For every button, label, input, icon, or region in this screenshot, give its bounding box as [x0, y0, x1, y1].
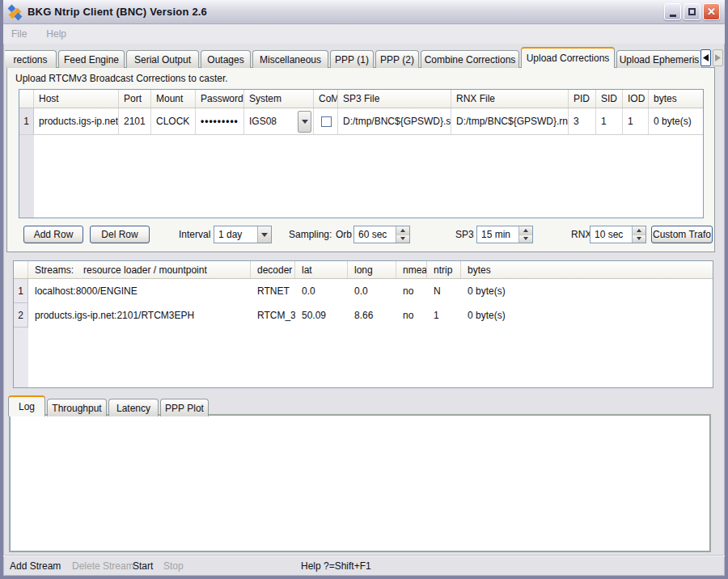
tab-corrections[interactable]: rections: [5, 50, 57, 68]
cell-long: 0.0: [348, 279, 396, 303]
orb-sampling-spinner[interactable]: 60 sec: [353, 226, 410, 243]
tab-scroll-right-button[interactable]: [713, 49, 723, 66]
tab-outages[interactable]: Outages: [201, 50, 251, 68]
chevron-down-icon: [261, 233, 268, 237]
system-dropdown-button[interactable]: [298, 111, 311, 133]
arrow-right-icon: [715, 54, 721, 61]
cell-decoder: RTNET: [251, 279, 295, 303]
cell-sp3-file[interactable]: D:/tmp/BNC${GPSWD}.sp3: [338, 108, 451, 134]
cell-lat: 0.0: [295, 279, 348, 303]
window-title: BKG Ntrip Client (BNC) Version 2.6: [28, 6, 207, 18]
interval-dropdown-button[interactable]: [257, 226, 271, 243]
menu-file[interactable]: File: [11, 28, 27, 40]
cell-sid[interactable]: 1: [596, 108, 623, 134]
minimize-button[interactable]: [664, 3, 681, 20]
tab-combine-corrections[interactable]: Combine Corrections: [421, 50, 519, 68]
cell-long: 8.66: [348, 303, 396, 328]
cell-ntrip: 1: [427, 303, 461, 328]
start-action[interactable]: Start: [133, 560, 153, 572]
interval-label: Interval: [179, 226, 210, 243]
maximize-icon: [688, 8, 696, 15]
rnx-sampling-spinner[interactable]: 10 sec: [590, 226, 646, 243]
tab-ppp-plot[interactable]: PPP Plot: [160, 399, 209, 416]
stop-action: Stop: [163, 560, 184, 572]
cell-bytes: 0 byte(s): [649, 108, 703, 134]
cell-ntrip: N: [427, 279, 461, 303]
close-icon: ✕: [707, 6, 716, 17]
cell-nmea: no: [396, 303, 427, 328]
close-button[interactable]: ✕: [703, 3, 720, 20]
tab-log[interactable]: Log: [8, 395, 45, 416]
spin-up-button[interactable]: [633, 226, 645, 235]
cell-mount[interactable]: CLOCK: [151, 108, 196, 134]
tab-scroll-left-button[interactable]: [700, 49, 711, 66]
tab-serial-output[interactable]: Serial Output: [126, 50, 199, 68]
arrow-up-icon: [523, 229, 528, 232]
rnx-label: RNX: [571, 226, 591, 243]
maximize-button[interactable]: [684, 3, 700, 20]
tab-upload-corrections[interactable]: Upload Corrections: [521, 47, 615, 68]
minimize-icon: [670, 15, 676, 17]
mountpoint-column-label: resource loader / mountpoint: [83, 264, 207, 276]
help-hint: Help ?=Shift+F1: [301, 560, 371, 572]
cell-bytes: 0 byte(s): [461, 303, 713, 328]
spin-down-button[interactable]: [396, 235, 409, 243]
com-checkbox[interactable]: [321, 116, 332, 127]
cell-iod[interactable]: 1: [623, 108, 649, 134]
cell-port[interactable]: 2101: [119, 108, 151, 134]
cell-nmea: no: [396, 279, 427, 303]
cell-mountpoint: products.igs-ip.net:2101/RTCM3EPH: [28, 303, 251, 328]
cell-decoder: RTCM_3: [251, 303, 295, 328]
chevron-down-icon: [302, 120, 308, 124]
menu-bar: File Help: [3, 24, 725, 44]
tab-ppp-1[interactable]: PPP (1): [330, 50, 374, 68]
sampling-label: Sampling:: [289, 226, 332, 243]
arrow-down-icon: [523, 237, 528, 240]
upload-corrections-pane: Upload RTCMv3 Broadcast Corrections to c…: [6, 67, 715, 252]
arrow-down-icon: [400, 237, 405, 240]
cell-pid[interactable]: 3: [569, 108, 596, 134]
interval-select[interactable]: 1 day: [214, 226, 272, 243]
log-output-area: [10, 415, 710, 552]
spin-down-button[interactable]: [519, 235, 532, 243]
title-bar: BKG Ntrip Client (BNC) Version 2.6 ✕: [3, 0, 725, 24]
stream-row[interactable]: 2 products.igs-ip.net:2101/RTCM3EPH RTCM…: [14, 303, 713, 328]
cell-com: [314, 108, 338, 134]
cell-rnx-file[interactable]: D:/tmp/BNC${GPSWD}.rnx: [451, 108, 569, 134]
add-stream-action[interactable]: Add Stream: [10, 560, 61, 572]
menu-help[interactable]: Help: [46, 28, 66, 40]
tab-miscellaneous[interactable]: Miscellaneous: [252, 50, 328, 68]
delete-stream-action: Delete Stream: [72, 560, 134, 572]
cell-host[interactable]: products.igs-ip.net: [34, 108, 119, 134]
spin-up-button[interactable]: [519, 226, 532, 235]
arrow-up-icon: [637, 229, 641, 232]
cell-password[interactable]: •••••••••: [196, 108, 244, 134]
arrow-up-icon: [400, 229, 405, 232]
tab-throughput[interactable]: Throughput: [47, 399, 107, 416]
app-icon: [8, 5, 23, 19]
tab-feed-engine[interactable]: Feed Engine: [58, 50, 125, 68]
spin-up-button[interactable]: [396, 226, 409, 235]
add-row-button[interactable]: Add Row: [23, 226, 83, 243]
streams-table-header: Streams: resource loader / mountpoint de…: [14, 261, 713, 279]
streams-label: Streams:: [35, 264, 74, 276]
arrow-down-icon: [637, 237, 641, 240]
tab-upload-ephemeris[interactable]: Upload Ephemeris: [616, 50, 702, 68]
upload-table: Host Port Mount Password System CoM SP3 …: [19, 89, 704, 218]
cell-mountpoint: localhost:8000/ENGINE: [28, 279, 251, 303]
cell-system-dropdown[interactable]: IGS08: [244, 108, 314, 134]
spin-down-button[interactable]: [633, 235, 645, 243]
upload-table-empty-area: [19, 135, 703, 218]
header-gutter: [19, 90, 34, 108]
cell-bytes: 0 byte(s): [461, 279, 713, 303]
streams-table: Streams: resource loader / mountpoint de…: [13, 260, 713, 388]
tab-latency[interactable]: Latency: [108, 399, 159, 416]
tab-ppp-2[interactable]: PPP (2): [375, 50, 419, 68]
del-row-button[interactable]: Del Row: [90, 226, 150, 243]
row-number: 1: [19, 108, 34, 134]
orb-label: Orb: [336, 226, 352, 243]
custom-trafo-button[interactable]: Custom Trafo: [651, 226, 713, 243]
sp3-sampling-spinner[interactable]: 15 min: [476, 226, 533, 243]
cell-lat: 50.09: [295, 303, 348, 328]
stream-row[interactable]: 1 localhost:8000/ENGINE RTNET 0.0 0.0 no…: [14, 279, 713, 303]
